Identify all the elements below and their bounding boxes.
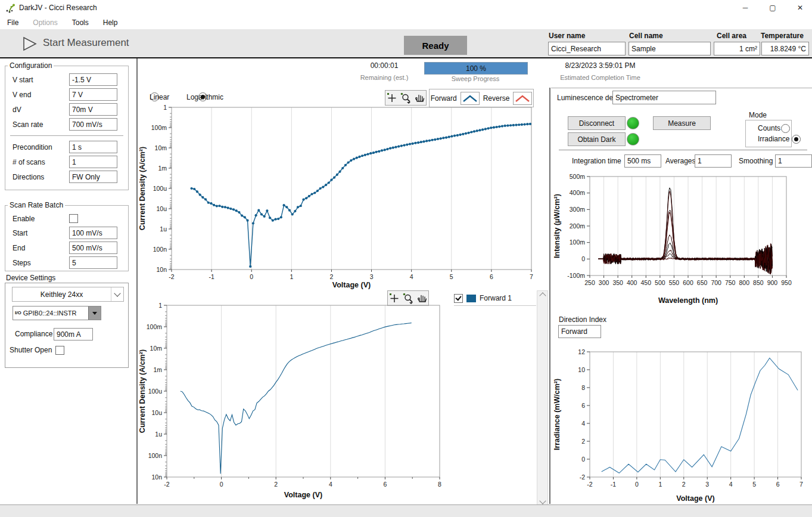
svg-text:6: 6 (776, 481, 780, 488)
svg-text:3: 3 (705, 481, 709, 488)
cell-area-label: Cell area (717, 32, 746, 40)
svg-text:5: 5 (752, 481, 756, 488)
dv-input[interactable]: 70m V (69, 103, 117, 116)
compliance-input[interactable]: 900m A (54, 328, 93, 340)
enable-checkbox[interactable] (69, 214, 78, 223)
temperature-input[interactable]: 18.8249 °C (761, 42, 809, 55)
scan-rate-input[interactable]: 700 mV/s (69, 118, 117, 131)
jv-log-chart: -2-1012345671100m10m1m100u10u1u100n10nVo… (137, 101, 542, 291)
batch-end-input[interactable]: 500 mV/s (69, 242, 117, 254)
svg-text:100n: 100n (153, 246, 167, 253)
svg-text:2: 2 (581, 438, 585, 445)
batch-start-label: Start (13, 229, 69, 237)
start-measurement-button[interactable]: Start Measurement (43, 37, 129, 49)
minimize-button[interactable]: ─ (736, 1, 754, 14)
svg-text:100u: 100u (153, 185, 167, 192)
eta-value: 8/23/2023 3:59:01 PM (545, 61, 655, 70)
status-bar (0, 504, 812, 517)
svg-text:6: 6 (383, 481, 387, 488)
svg-text:100n: 100n (148, 452, 163, 459)
configuration-group: Configuration V start-1.5 V V end7 V dV7… (5, 61, 129, 190)
disconnect-button[interactable]: Disconnect (568, 116, 626, 130)
cell-name-input[interactable]: Sample (629, 42, 711, 55)
device-model-dropdown[interactable]: Keithley 24xx (12, 287, 124, 302)
remaining-time-label: Remaining (est.) (346, 74, 423, 81)
title-bar: DarkJV - Cicci Research ─ ▢ ✕ (0, 0, 812, 16)
svg-text:300: 300 (599, 279, 609, 286)
svg-text:6: 6 (490, 273, 493, 280)
maximize-button[interactable]: ▢ (764, 1, 782, 14)
close-button[interactable]: ✕ (791, 1, 809, 14)
svg-text:5: 5 (450, 273, 453, 280)
svg-text:0: 0 (635, 481, 639, 488)
v-start-label: V start (13, 76, 69, 84)
compliance-label: Compliance (15, 330, 52, 338)
directions-input[interactable]: FW Only (69, 171, 117, 183)
visa-dropdown-button[interactable] (88, 307, 101, 320)
irradiance-radio-label: Irradiance (758, 135, 789, 143)
batch-steps-input[interactable]: 5 (69, 256, 117, 269)
svg-text:100m: 100m (570, 239, 586, 246)
svg-text:4: 4 (329, 481, 332, 488)
configuration-legend: Configuration (8, 61, 54, 70)
luminescence-detector-input[interactable]: Spectrometer (612, 91, 716, 104)
user-name-label: User name (549, 32, 585, 40)
shutter-open-checkbox[interactable] (55, 346, 64, 355)
menu-file[interactable]: File (0, 18, 26, 27)
user-name-input[interactable]: Cicci_Research (548, 42, 626, 55)
svg-text:Current Density (A/cm²): Current Density (A/cm²) (138, 349, 147, 433)
v-start-input[interactable]: -1.5 V (69, 73, 117, 86)
menu-help[interactable]: Help (96, 18, 125, 27)
svg-text:-1: -1 (611, 481, 616, 488)
svg-text:950: 950 (781, 279, 792, 286)
smoothing-label: Smoothing (739, 157, 773, 165)
start-measurement-icon[interactable] (21, 36, 38, 51)
device-model-value: Keithley 24xx (13, 290, 111, 299)
v-end-input[interactable]: 7 V (69, 88, 117, 101)
svg-text:100u: 100u (148, 388, 163, 395)
measure-button[interactable]: Measure (653, 116, 711, 130)
svg-text:4: 4 (729, 481, 733, 488)
device-settings-title: Device Settings (6, 274, 55, 282)
mode-label: Mode (749, 111, 767, 119)
svg-text:1u: 1u (155, 431, 162, 438)
svg-text:Irradiance (mW/cm²): Irradiance (mW/cm²) (553, 379, 561, 450)
svg-text:12: 12 (578, 348, 585, 355)
num-scans-label: # of scans (13, 158, 69, 166)
sweep-progress-label: Sweep Progress (424, 75, 527, 82)
num-scans-input[interactable]: 1 (69, 156, 117, 168)
averages-input[interactable]: 1 (695, 154, 732, 168)
status-indicator: Ready (404, 36, 467, 55)
svg-text:550: 550 (669, 279, 680, 286)
cell-area-input[interactable]: 1 cm² (714, 42, 760, 55)
obtain-dark-button[interactable]: Obtain Dark (568, 132, 626, 146)
direction-index-input[interactable]: Forward (558, 325, 601, 338)
irradiance-radio[interactable] (792, 135, 801, 144)
averages-label: Averages (665, 157, 695, 165)
svg-text:7: 7 (799, 481, 803, 488)
svg-text:-2: -2 (580, 473, 585, 481)
svg-text:700: 700 (711, 279, 721, 286)
svg-text:4: 4 (581, 420, 585, 427)
batch-start-input[interactable]: 100 mV/s (69, 227, 117, 239)
precondition-input[interactable]: 1 s (69, 141, 117, 153)
chevron-down-icon (114, 290, 120, 296)
direction-index-label: Direction Index (559, 315, 606, 324)
batch-end-label: End (13, 244, 69, 252)
connection-led (627, 117, 639, 129)
visa-resource-dropdown[interactable]: I/O GPIB0::24::INSTR (13, 306, 101, 320)
svg-text:-100m: -100m (567, 272, 585, 279)
svg-text:800: 800 (739, 279, 750, 286)
svg-text:10u: 10u (151, 409, 162, 416)
svg-text:Wavelength (nm): Wavelength (nm) (658, 296, 718, 305)
linear-radio-label: Linear (150, 93, 169, 101)
svg-text:250: 250 (584, 279, 595, 286)
counts-radio[interactable] (781, 124, 790, 133)
menu-tools[interactable]: Tools (65, 18, 96, 27)
config-separator (10, 135, 123, 136)
svg-text:10m: 10m (155, 144, 167, 151)
integration-time-input[interactable]: 500 ms (624, 154, 661, 168)
svg-text:Intensity (µW/cm²): Intensity (µW/cm²) (553, 194, 561, 258)
dark-led (627, 133, 639, 145)
smoothing-input[interactable]: 1 (775, 154, 812, 168)
